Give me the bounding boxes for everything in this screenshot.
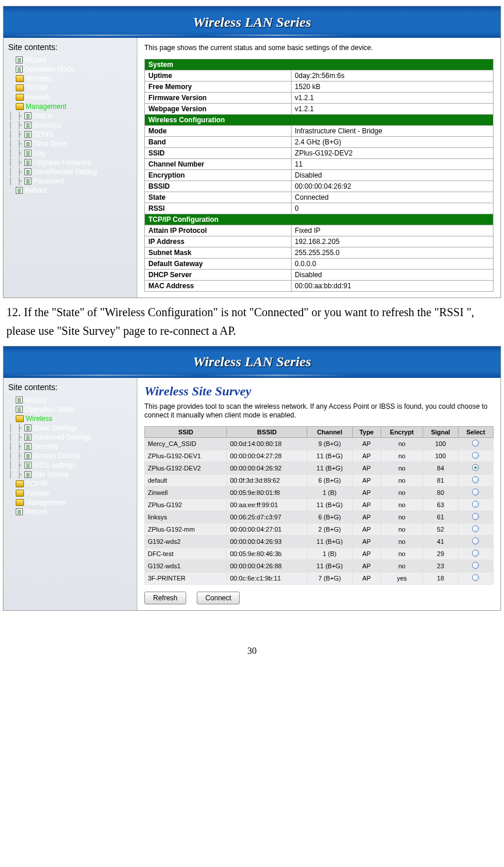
select-radio[interactable] [472, 537, 479, 544]
cell-select [458, 498, 493, 511]
tree-item-save-reload-setting[interactable]: │├Save/Reload Setting [6, 167, 134, 176]
select-radio[interactable] [472, 476, 479, 483]
tree-label: Password [33, 176, 64, 186]
status-row: EncryptionDisabled [145, 169, 494, 181]
col-ssid: SSID [145, 426, 227, 437]
tree-item-security[interactable]: │├Security [6, 442, 134, 451]
page-number: 30 [3, 646, 501, 656]
cell-ssid: linksys [145, 511, 227, 523]
status-label: Attain IP Protocol [145, 225, 292, 236]
select-radio[interactable] [472, 452, 479, 459]
connect-button[interactable]: Connect [197, 592, 240, 604]
tree-item-advanced-settings[interactable]: │├Advanced Settings [6, 433, 134, 442]
select-radio[interactable] [472, 440, 479, 447]
status-label: DHCP Server [145, 269, 292, 280]
tree-item-operation-mode[interactable]: Operation Mode [6, 65, 134, 74]
cell-signal: 61 [423, 511, 459, 523]
tree-item-firewall[interactable]: Firewall [6, 489, 134, 498]
tree-item-wireless[interactable]: Wireless [6, 74, 134, 83]
survey-row: Zinwell00:05:9e:80:01:f81 (B)APno80 [145, 486, 494, 498]
tree-item-ddns[interactable]: │├DDNS [6, 130, 134, 139]
select-radio[interactable] [472, 464, 479, 471]
tree-label: Time Zone [33, 139, 66, 148]
tree-item-reboot[interactable]: Reboot [6, 186, 134, 195]
tree-item-password[interactable]: │├Password [6, 176, 134, 186]
page-icon [24, 112, 31, 119]
page-icon [16, 397, 23, 404]
tree-item-wireless[interactable]: Wireless [6, 414, 134, 423]
page-icon [24, 434, 31, 441]
status-label: RSSI [145, 203, 292, 214]
status-row: SSIDZPlus-G192-DEV2 [145, 147, 494, 158]
cell-signal: 80 [423, 486, 459, 498]
cell-signal: 84 [423, 462, 459, 474]
page-icon [24, 424, 31, 431]
cell-type: AP [352, 474, 381, 486]
cell-type: AP [352, 437, 381, 450]
tree-label: Wizard [24, 395, 46, 405]
cell-bssid: 00:00:00:04:27:28 [227, 450, 307, 462]
tree-item-time-zone[interactable]: │├Time Zone [6, 139, 134, 148]
tree-label: Operation Mode [24, 65, 74, 74]
tree-item-site-survey[interactable]: │├Site Survey [6, 470, 134, 479]
tree-label: Reboot [24, 186, 47, 195]
tree-item-management[interactable]: Management [6, 102, 134, 111]
select-radio[interactable] [472, 574, 479, 581]
tree-label: Wireless [26, 74, 52, 83]
tree-item-log[interactable]: │├Log [6, 148, 134, 158]
tree-label: Firewall [26, 93, 49, 102]
tree-item-access-control[interactable]: │├Access Control [6, 451, 134, 461]
tree-item-management[interactable]: Management [6, 498, 134, 507]
status-value: 0.0.0.0 [291, 258, 493, 269]
page-icon [24, 178, 31, 185]
tree-label: Site Survey [33, 470, 69, 479]
cell-ssid: ZPlus-G192 [145, 498, 227, 511]
tree-item-operation-mode[interactable]: Operation Mode [6, 405, 134, 414]
tree-label: Firewall [26, 489, 49, 498]
page-icon [24, 168, 31, 175]
tree-item-statistics[interactable]: │├Statistics [6, 121, 134, 130]
select-radio[interactable] [472, 550, 479, 557]
cell-encrypt: no [381, 547, 423, 560]
page-icon [16, 56, 23, 63]
sidebar-heading: Site contents: [6, 43, 134, 52]
status-label: Encryption [145, 169, 292, 181]
tree-item-wizard[interactable]: Wizard [6, 395, 134, 405]
tree-item-basic-settings[interactable]: │├Basic Settings [6, 423, 134, 433]
sidebar-2: Site contents: WizardOperation ModeWirel… [3, 378, 137, 610]
tree-item-tcp-ip[interactable]: TCP/IP [6, 479, 134, 489]
cell-signal: 18 [423, 572, 459, 584]
status-label: Uptime [145, 70, 292, 81]
status-row: MAC Address00:00:aa:bb:dd:91 [145, 280, 494, 291]
tree-item-wizard[interactable]: Wizard [6, 55, 134, 65]
tree-item-status[interactable]: │├Status [6, 111, 134, 121]
page-icon [24, 122, 31, 129]
tree-label: Wireless [26, 414, 52, 423]
status-value: v1.2.1 [291, 92, 493, 103]
status-value: 11 [291, 158, 493, 169]
refresh-button[interactable]: Refresh [144, 592, 186, 604]
tree-item-tcp-ip[interactable]: TCP/IP [6, 83, 134, 93]
status-label: Firmware Version [145, 92, 292, 103]
select-radio[interactable] [472, 489, 479, 496]
cell-ssid: default [145, 474, 227, 486]
status-value: Infrastructure Client - Bridge [291, 125, 493, 136]
tree-label: Management [26, 498, 66, 507]
select-radio[interactable] [472, 501, 479, 508]
status-value: Disabled [291, 269, 493, 280]
select-radio[interactable] [472, 562, 479, 569]
cell-bssid: 00:06:25:d7:c3:97 [227, 511, 307, 523]
cell-ssid: Mercy_CA_SSID [145, 437, 227, 450]
tree-item-firewall[interactable]: Firewall [6, 93, 134, 102]
tree-label: TCP/IP [26, 83, 48, 93]
tree-label: Basic Settings [33, 423, 77, 433]
select-radio[interactable] [472, 513, 479, 520]
cell-bssid: 00:aa:ee:ff:99:01 [227, 498, 307, 511]
tree-item-reboot[interactable]: Reboot [6, 507, 134, 516]
cell-select [458, 511, 493, 523]
cell-type: AP [352, 547, 381, 560]
tree-item-wds-settings[interactable]: │├WDS settings [6, 461, 134, 470]
select-radio[interactable] [472, 525, 479, 532]
tree-item-upgrade-firmware[interactable]: │├Upgrade Firmware [6, 158, 134, 167]
cell-encrypt: no [381, 462, 423, 474]
